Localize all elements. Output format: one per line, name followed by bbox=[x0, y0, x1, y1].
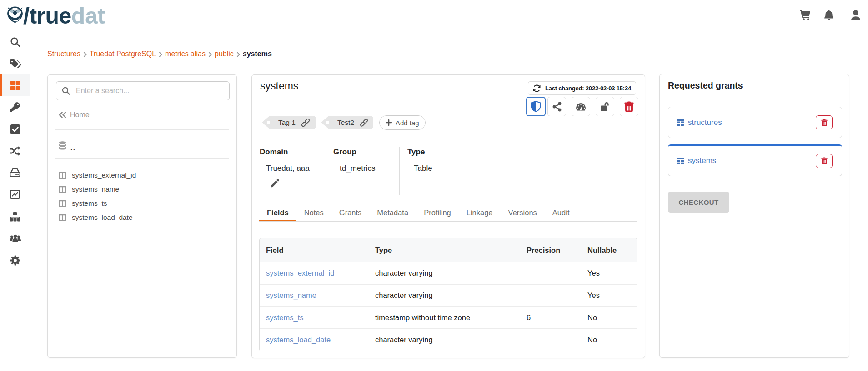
svg-text:/truedat: /truedat bbox=[23, 6, 105, 25]
